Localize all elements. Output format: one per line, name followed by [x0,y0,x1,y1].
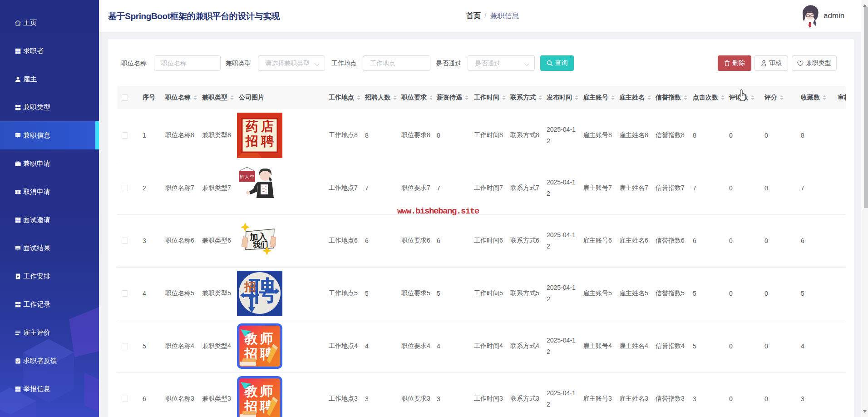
svg-text:药: 药 [245,119,258,134]
svg-text:店: 店 [261,119,274,134]
svg-text:招 人 中: 招 人 中 [239,174,254,179]
svg-text:招: 招 [245,134,258,148]
svg-text:师: 师 [260,384,273,398]
svg-text:聘: 聘 [261,134,274,148]
svg-text:师: 师 [260,331,273,346]
svg-text:招: 招 [244,280,256,293]
svg-text:我们: 我们 [252,240,268,249]
